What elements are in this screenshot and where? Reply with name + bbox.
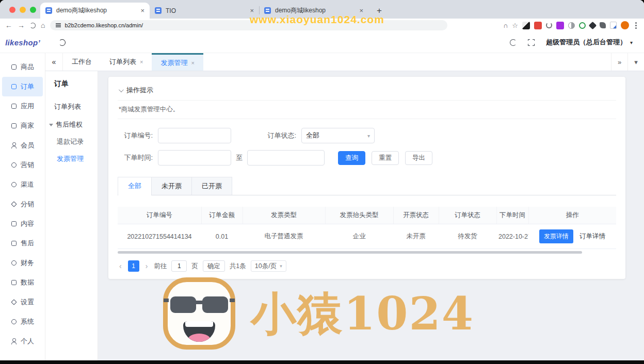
expand-tabs-icon[interactable]: » <box>611 53 627 71</box>
submenu-group-aftersale[interactable]: 售后维权 <box>49 120 98 129</box>
forward-icon[interactable]: → <box>18 22 25 29</box>
url-text: b2b2cdemo.likeshop.cn/admin/ <box>65 22 143 28</box>
extension-sync-icon[interactable] <box>546 22 552 28</box>
system-icon <box>11 319 17 325</box>
tab-not-invoiced[interactable]: 未开票 <box>151 177 192 195</box>
chevron-down-icon: ▾ <box>630 40 633 45</box>
apps-icon <box>11 103 17 109</box>
prev-page-icon[interactable]: ‹ <box>118 262 123 270</box>
search-button[interactable]: 查询 <box>338 151 365 165</box>
watermark-brand: 小猿1024 <box>163 277 474 350</box>
content-icon <box>11 221 17 227</box>
admin-dropdown[interactable]: 超级管理员（总后台管理） ▾ <box>546 38 633 47</box>
order-submenu: 订单 订单列表 售后维权 退款记录 发票管理 <box>45 71 98 360</box>
tab-favicon <box>155 7 162 14</box>
page-tab-order-list[interactable]: 订单列表× <box>101 53 152 71</box>
extension-purple-icon[interactable] <box>556 22 564 29</box>
extension-contrast-icon[interactable] <box>568 22 575 29</box>
cell-amount: 0.01 <box>201 224 243 249</box>
member-icon <box>11 142 17 148</box>
sidebar-item-label: 内容 <box>21 219 34 228</box>
back-icon[interactable]: ← <box>5 22 12 29</box>
page-tab-invoice-management[interactable]: 发票管理× <box>152 53 203 71</box>
time-end-input[interactable] <box>247 150 325 166</box>
order-no-input[interactable] <box>158 128 231 143</box>
sidebar-item-distribution[interactable]: 分销 <box>2 194 43 214</box>
extension-pinwheel-icon[interactable] <box>589 21 597 29</box>
submenu-item-order-list[interactable]: 订单列表 <box>54 102 98 111</box>
sidebar-item-profile[interactable]: 个人 <box>2 332 43 351</box>
col-order-time: 下单时间 <box>496 207 528 224</box>
next-page-icon[interactable]: › <box>144 262 150 270</box>
app-header: likeshop’ 超级管理员（总后台管理） ▾ <box>0 32 644 53</box>
tab-invoiced[interactable]: 已开票 <box>191 177 232 195</box>
sidebar-item-apps[interactable]: 应用 <box>2 96 43 116</box>
sidebar-item-channels[interactable]: 渠道 <box>2 175 43 194</box>
address-bar[interactable]: b2b2cdemo.likeshop.cn/admin/ <box>50 20 447 30</box>
close-window-button[interactable] <box>9 7 15 13</box>
tab-options-icon[interactable]: ▾ <box>627 53 644 71</box>
table-header-row: 订单编号 订单金额 发票类型 发票抬头类型 开票状态 订单状态 下单时间 操作 <box>118 207 616 224</box>
sidebar-item-goods[interactable]: 商品 <box>2 57 43 77</box>
tips-collapse-header[interactable]: 操作提示 <box>118 84 616 101</box>
reset-button[interactable]: 重置 <box>372 151 399 165</box>
caret-down-icon <box>49 124 53 126</box>
submenu-item-refund-records[interactable]: 退款记录 <box>57 137 98 146</box>
time-start-input[interactable] <box>158 150 231 166</box>
cell-order-status: 待发货 <box>439 224 496 249</box>
export-button[interactable]: 导出 <box>405 151 432 165</box>
aftersale-icon <box>11 240 17 246</box>
fullscreen-icon[interactable] <box>528 39 535 46</box>
sidebar-item-marketing[interactable]: 营销 <box>2 155 43 175</box>
extension-red-icon[interactable] <box>534 22 542 29</box>
profile-icon <box>11 338 17 344</box>
collapse-tabs-icon[interactable]: « <box>45 53 63 71</box>
extension-docs-icon[interactable] <box>610 22 617 29</box>
sidebar-item-members[interactable]: 会员 <box>2 136 43 155</box>
sidebar-item-data[interactable]: 数据 <box>2 273 43 292</box>
time-separator: 至 <box>236 153 243 162</box>
order-status-select[interactable]: 全部 ▾ <box>301 128 375 143</box>
tab-close-icon[interactable]: × <box>140 7 144 14</box>
col-order-status: 订单状态 <box>439 207 496 224</box>
sidebar-item-finance[interactable]: 财务 <box>2 253 43 273</box>
extension-green-ring-icon[interactable] <box>579 22 586 29</box>
page-refresh-icon[interactable] <box>59 39 66 46</box>
confirm-button[interactable]: 确定 <box>203 260 225 272</box>
browser-tab-1[interactable]: demo商城likeshop × <box>40 3 150 19</box>
col-actions: 操作 <box>528 207 616 224</box>
clear-cache-icon[interactable] <box>510 39 517 46</box>
sidebar-item-content[interactable]: 内容 <box>2 214 43 234</box>
invoice-detail-button[interactable]: 发票详情 <box>539 229 573 243</box>
sidebar-item-system[interactable]: 系统 <box>2 312 43 332</box>
bookmark-star-icon[interactable]: ☆ <box>512 22 518 29</box>
minimize-window-button[interactable] <box>20 7 26 13</box>
submenu-item-invoice-management[interactable]: 发票管理 <box>57 154 98 163</box>
page-1-button[interactable]: 1 <box>128 260 139 272</box>
tongue <box>188 334 211 342</box>
page-tab-workbench[interactable]: 工作台 <box>63 53 101 71</box>
browser-menu-icon[interactable] <box>635 25 637 26</box>
extension-photos-icon[interactable] <box>522 22 530 29</box>
sidebar-item-settings[interactable]: 设置 <box>2 292 43 312</box>
zoom-window-button[interactable] <box>30 7 36 13</box>
close-icon[interactable]: × <box>140 59 143 65</box>
sidebar-item-merchants[interactable]: 商家 <box>2 116 43 136</box>
sidebar-item-aftersale[interactable]: 售后 <box>2 234 43 253</box>
profile-avatar[interactable] <box>621 21 629 29</box>
side-panel-icon[interactable]: ∩ <box>503 22 508 29</box>
home-icon[interactable]: ⌂ <box>41 21 45 29</box>
order-detail-link[interactable]: 订单详情 <box>579 232 605 241</box>
page-size-select[interactable]: 10条/页 ▾ <box>251 260 286 272</box>
browser-tab-2[interactable]: TIO × <box>150 3 259 19</box>
reload-icon[interactable] <box>30 23 36 28</box>
horizontal-scrollbar[interactable] <box>118 251 582 254</box>
tab-all[interactable]: 全部 <box>118 177 152 195</box>
sidebar-item-orders[interactable]: 订单 <box>2 77 43 96</box>
distribution-icon <box>11 201 17 207</box>
page-unit-label: 页 <box>191 262 198 271</box>
extensions-puzzle-icon[interactable] <box>600 22 606 28</box>
site-info-icon[interactable] <box>56 23 61 27</box>
close-icon[interactable]: × <box>191 60 194 66</box>
goto-page-input[interactable] <box>171 260 187 272</box>
